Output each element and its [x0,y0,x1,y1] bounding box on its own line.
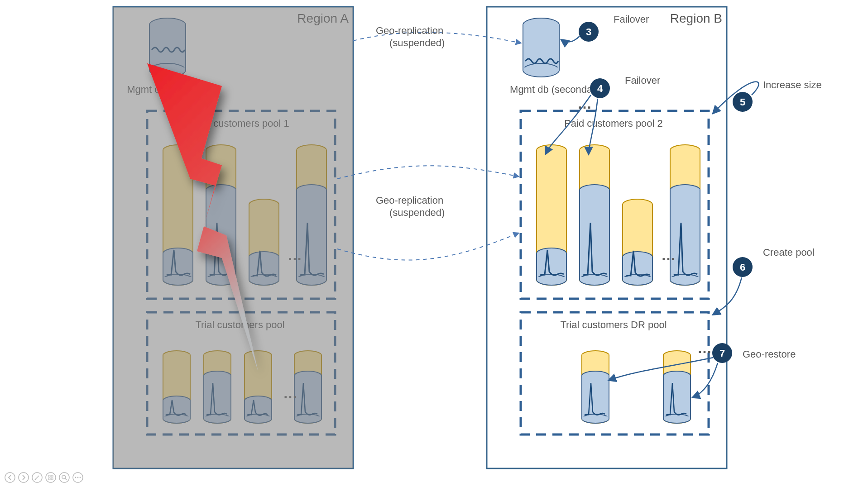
svg-line-46 [65,478,67,480]
svg-point-36 [5,473,15,482]
region-a-outage-overlay [113,7,353,468]
svg-point-48 [75,477,77,478]
svg-rect-42 [48,478,50,480]
region-a: Region A Mgmt db (primary) Paid customer… [113,7,353,468]
pen-button[interactable] [32,473,42,482]
geo1b: (suspended) [389,37,445,48]
svg-point-44 [59,473,69,482]
region-b-title: Region B [670,11,722,25]
svg-rect-40 [48,475,50,477]
step-6: 6 Create pool [713,247,815,315]
svg-text:Increase size: Increase size [763,79,822,91]
zoom-button[interactable] [59,473,69,482]
mgmt-db-secondary-label: Mgmt db (secondary) [510,84,604,95]
step-3: 3 Failover [561,14,649,42]
svg-text:4: 4 [597,83,603,94]
svg-point-49 [77,477,79,478]
mgmt-db-secondary [523,18,559,77]
svg-text:Failover: Failover [625,75,660,86]
svg-rect-13 [523,24,559,27]
geo1a: Geo-replication [376,25,443,36]
svg-text:3: 3 [586,26,591,38]
next-slide-button[interactable] [19,473,29,482]
more-button[interactable] [73,473,83,482]
svg-rect-41 [51,475,53,477]
trial-dr-pool-label: Trial customers DR pool [560,319,667,330]
svg-text:7: 7 [719,348,725,359]
svg-point-37 [19,473,29,482]
svg-point-45 [62,475,66,479]
geo2b: (suspended) [389,207,445,218]
paid-pool-2-label: Paid customers pool 2 [564,118,663,129]
slides-view-button[interactable] [46,473,56,482]
svg-point-50 [80,477,81,478]
svg-text:5: 5 [740,96,745,108]
svg-text:…: … [697,340,713,356]
arrow-geo-pool-1 [337,166,518,179]
svg-text:…: … [661,247,676,263]
slideshow-toolbar [5,473,83,482]
svg-text:6: 6 [740,262,745,273]
svg-text:Create pool: Create pool [763,247,815,258]
svg-text:Failover: Failover [614,14,649,25]
svg-text:Geo-restore: Geo-restore [743,349,796,360]
region-b: Region B Mgmt db (secondary) Paid custom… [487,7,727,468]
arrow-geo-pool-2 [337,233,518,260]
svg-rect-15 [523,67,559,71]
diagram-canvas: Region A Mgmt db (primary) Paid customer… [0,0,868,487]
svg-point-39 [46,473,56,482]
geo2a: Geo-replication [376,195,443,206]
svg-rect-43 [51,478,53,480]
step-5: 5 Increase size [713,79,822,113]
prev-slide-button[interactable] [5,473,15,482]
